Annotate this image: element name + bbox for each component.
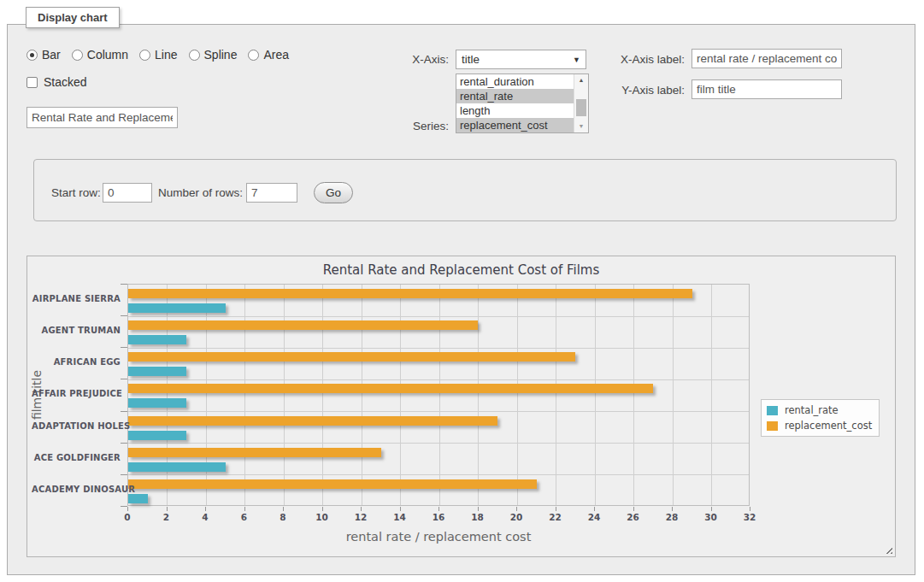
radio-label-bar: Bar — [42, 48, 61, 62]
start-row-input[interactable] — [103, 183, 152, 203]
stacked-label: Stacked — [44, 75, 87, 89]
radio-line[interactable] — [139, 50, 150, 61]
gridline-horizontal — [128, 379, 749, 380]
bar-replacement_cost — [128, 384, 653, 393]
legend-swatch-rental_rate — [767, 406, 778, 415]
series-option-rental_rate[interactable]: rental_rate — [456, 89, 574, 103]
stacked-checkbox[interactable] — [26, 77, 38, 88]
listbox-scrollbar[interactable]: ▲ ▼ — [574, 74, 588, 132]
x-axis-tick — [672, 507, 673, 511]
chart-x-axis-title: rental rate / replacement cost — [127, 530, 750, 544]
series-option-replacement_cost[interactable]: replacement_cost — [456, 118, 574, 132]
gridline-horizontal — [128, 474, 749, 475]
category-label: ACADEMY DINOSAUR — [32, 485, 121, 494]
resize-handle-icon[interactable] — [883, 544, 892, 554]
category-label: AIRPLANE SIERRA — [32, 294, 121, 303]
y-axis-tick — [121, 284, 127, 285]
legend-label-replacement_cost: replacement_cost — [785, 420, 872, 432]
x-axis-label-input[interactable] — [692, 49, 842, 68]
x-axis-tick — [127, 507, 128, 511]
x-tick-label: 16 — [426, 512, 451, 522]
x-axis-tick — [438, 507, 439, 511]
radio-column[interactable] — [72, 50, 83, 61]
series-label: Series: — [375, 120, 449, 132]
y-axis-tick — [121, 411, 127, 412]
gridline-vertical — [244, 285, 245, 505]
gridline-vertical — [322, 285, 323, 505]
radio-option-area[interactable]: Area — [248, 48, 289, 62]
x-tick-label: 10 — [309, 512, 335, 522]
dropdown-arrow-icon: ▼ — [573, 56, 580, 64]
radio-option-bar[interactable]: Bar — [26, 48, 61, 62]
display-chart-panel: BarColumnLineSplineArea Stacked X-Axis: … — [7, 24, 915, 575]
number-of-rows-input[interactable] — [246, 183, 297, 203]
gridline-vertical — [517, 285, 518, 505]
x-axis-tick — [322, 507, 323, 511]
x-tick-label: 18 — [465, 512, 491, 522]
x-tick-label: 6 — [232, 512, 257, 522]
gridline-vertical — [556, 285, 556, 505]
bar-rental_rate — [128, 398, 186, 408]
go-button[interactable]: Go — [314, 182, 353, 203]
gridline-horizontal — [128, 316, 749, 317]
x-axis-tick — [283, 507, 284, 511]
x-axis-tick — [633, 507, 634, 511]
radio-bar[interactable] — [26, 50, 38, 61]
category-label: AFFAIR PREJUDICE — [32, 389, 121, 398]
bar-replacement_cost — [128, 479, 537, 489]
gridline-vertical — [439, 285, 440, 505]
bar-rental_rate — [128, 367, 186, 376]
row-range-panel: Start row: Number of rows: Go — [33, 159, 897, 221]
x-axis-tick — [750, 507, 750, 511]
x-axis-tick — [556, 507, 556, 511]
radio-area[interactable] — [248, 50, 259, 61]
scrollbar-thumb[interactable] — [576, 99, 586, 116]
radio-label-line: Line — [155, 48, 177, 62]
gridline-horizontal — [128, 348, 749, 349]
y-axis-tick — [121, 506, 127, 507]
scroll-up-icon[interactable]: ▲ — [574, 74, 588, 86]
scroll-down-icon[interactable]: ▼ — [574, 121, 588, 132]
x-axis-tick — [711, 507, 712, 511]
chart-title-input[interactable] — [26, 107, 178, 128]
x-tick-label: 20 — [503, 512, 529, 522]
stacked-option[interactable]: Stacked — [26, 75, 87, 89]
series-listbox[interactable]: rental_durationrental_ratelengthreplacem… — [456, 73, 589, 133]
legend-swatch-replacement_cost — [767, 421, 778, 431]
y-axis-label-label: Y-Axis label: — [597, 84, 685, 97]
x-axis-tick — [361, 507, 362, 511]
y-axis-label-input[interactable] — [692, 79, 842, 99]
x-tick-label: 14 — [387, 512, 413, 522]
series-option-rental_duration[interactable]: rental_duration — [456, 74, 574, 89]
plot-area — [127, 284, 750, 506]
x-tick-label: 22 — [543, 512, 568, 522]
bar-replacement_cost — [128, 289, 692, 298]
radio-label-area: Area — [263, 48, 289, 62]
gridline-vertical — [711, 285, 712, 505]
x-tick-label: 32 — [737, 512, 762, 522]
x-axis-tick — [205, 507, 206, 511]
x-axis-selected-value: title — [462, 53, 480, 66]
bar-rental_rate — [128, 462, 226, 472]
radio-option-column[interactable]: Column — [72, 48, 128, 62]
panel-title: Display chart — [26, 7, 120, 28]
gridline-vertical — [673, 285, 674, 505]
x-axis-tick — [244, 507, 245, 511]
series-option-length[interactable]: length — [456, 103, 574, 118]
bar-replacement_cost — [128, 352, 575, 362]
category-label: AGENT TRUMAN — [32, 326, 121, 335]
radio-spline[interactable] — [189, 50, 200, 61]
y-axis-tick — [121, 474, 127, 475]
x-axis-label-label: X-Axis label: — [597, 53, 685, 66]
radio-option-line[interactable]: Line — [139, 48, 177, 62]
start-row-label: Start row: — [51, 186, 101, 199]
radio-option-spline[interactable]: Spline — [189, 48, 238, 62]
x-axis-select[interactable]: title ▼ — [456, 50, 586, 69]
x-tick-label: 0 — [115, 512, 140, 522]
category-label: ADAPTATION HOLES — [32, 421, 121, 431]
gridline-horizontal — [128, 443, 749, 444]
x-axis-tick — [594, 507, 595, 511]
bar-replacement_cost — [128, 416, 497, 426]
bar-replacement_cost — [128, 448, 381, 457]
x-tick-label: 24 — [581, 512, 607, 522]
